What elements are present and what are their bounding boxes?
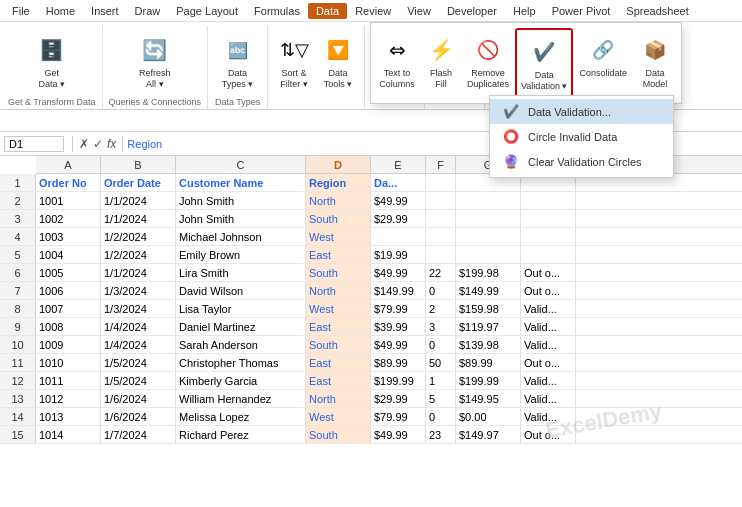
cell[interactable]: 2 — [426, 300, 456, 317]
cell-reference-input[interactable] — [4, 136, 64, 152]
cell[interactable]: 5 — [426, 390, 456, 407]
cell[interactable]: $49.99 — [371, 192, 426, 209]
cell[interactable]: John Smith — [176, 210, 306, 227]
cell[interactable]: Out o... — [521, 282, 576, 299]
cell[interactable]: West — [306, 300, 371, 317]
cell[interactable]: 1007 — [36, 300, 101, 317]
col-header-c[interactable]: C — [176, 156, 306, 173]
cell[interactable]: Out o... — [521, 426, 576, 443]
cell[interactable]: 1/6/2024 — [101, 408, 176, 425]
cell[interactable] — [426, 246, 456, 263]
cell[interactable]: $49.99 — [371, 264, 426, 281]
cell[interactable]: 1/4/2024 — [101, 318, 176, 335]
cell[interactable] — [521, 228, 576, 245]
cell[interactable]: 1006 — [36, 282, 101, 299]
menu-file[interactable]: File — [4, 3, 38, 19]
cell[interactable] — [456, 210, 521, 227]
cell[interactable] — [456, 192, 521, 209]
cell[interactable]: $39.99 — [371, 318, 426, 335]
cell[interactable]: Da... — [371, 174, 426, 191]
cell[interactable]: East — [306, 318, 371, 335]
menu-spreadsheet[interactable]: Spreadsheet — [618, 3, 696, 19]
refresh-all-button[interactable]: 🔄 RefreshAll ▾ — [135, 28, 175, 94]
flash-fill-button[interactable]: ⚡ FlashFill — [421, 28, 461, 98]
cell[interactable]: South — [306, 264, 371, 281]
cell[interactable]: 1/1/2024 — [101, 192, 176, 209]
cell[interactable]: 1010 — [36, 354, 101, 371]
cell[interactable]: 1011 — [36, 372, 101, 389]
menu-help[interactable]: Help — [505, 3, 544, 19]
menu-review[interactable]: Review — [347, 3, 399, 19]
circle-invalid-data-option[interactable]: ⭕ Circle Invalid Data — [490, 124, 673, 149]
cell[interactable]: Out o... — [521, 354, 576, 371]
get-data-button[interactable]: 🗄️ GetData ▾ — [32, 28, 72, 94]
cell[interactable]: Michael Johnson — [176, 228, 306, 245]
remove-duplicates-button[interactable]: 🚫 RemoveDuplicates — [463, 28, 513, 98]
cell[interactable]: 1/5/2024 — [101, 354, 176, 371]
cell[interactable]: $159.98 — [456, 300, 521, 317]
cell[interactable]: 1/6/2024 — [101, 390, 176, 407]
cell[interactable]: Valid... — [521, 408, 576, 425]
cell[interactable]: 1003 — [36, 228, 101, 245]
cell[interactable]: 1/2/2024 — [101, 246, 176, 263]
menu-pagelayout[interactable]: Page Layout — [168, 3, 246, 19]
cell[interactable]: $79.99 — [371, 408, 426, 425]
cell[interactable]: $49.99 — [371, 336, 426, 353]
cell[interactable] — [521, 210, 576, 227]
cell[interactable]: South — [306, 336, 371, 353]
cell[interactable]: $19.99 — [371, 246, 426, 263]
cell[interactable]: $139.98 — [456, 336, 521, 353]
insert-function-icon[interactable]: fx — [107, 137, 116, 151]
cell[interactable]: West — [306, 408, 371, 425]
cell[interactable]: Valid... — [521, 300, 576, 317]
data-tools-button[interactable]: 🔽 DataTools ▾ — [318, 28, 358, 94]
cell[interactable]: 0 — [426, 282, 456, 299]
cell[interactable]: $0.00 — [456, 408, 521, 425]
data-model-button[interactable]: 📦 DataModel — [633, 28, 677, 98]
cell[interactable]: Melissa Lopez — [176, 408, 306, 425]
cell[interactable]: 1002 — [36, 210, 101, 227]
cell[interactable]: Valid... — [521, 372, 576, 389]
col-header-b[interactable]: B — [101, 156, 176, 173]
menu-powerpivot[interactable]: Power Pivot — [544, 3, 619, 19]
menu-insert[interactable]: Insert — [83, 3, 127, 19]
cell[interactable]: 50 — [426, 354, 456, 371]
menu-view[interactable]: View — [399, 3, 439, 19]
cell[interactable]: 23 — [426, 426, 456, 443]
cell[interactable]: 1/2/2024 — [101, 228, 176, 245]
cell[interactable] — [521, 192, 576, 209]
menu-draw[interactable]: Draw — [127, 3, 169, 19]
cell[interactable]: $199.98 — [456, 264, 521, 281]
confirm-formula-icon[interactable]: ✓ — [93, 137, 103, 151]
cell[interactable]: 1/7/2024 — [101, 426, 176, 443]
cell[interactable] — [426, 192, 456, 209]
cell[interactable]: 1/1/2024 — [101, 210, 176, 227]
data-types-button[interactable]: 🔤 DataTypes ▾ — [218, 28, 258, 94]
cell[interactable]: East — [306, 246, 371, 263]
cell[interactable]: 1004 — [36, 246, 101, 263]
col-header-d[interactable]: D — [306, 156, 371, 173]
cell[interactable]: $79.99 — [371, 300, 426, 317]
sort-filter-button[interactable]: ⇅▽ Sort &Filter ▾ — [274, 28, 314, 94]
cell[interactable]: John Smith — [176, 192, 306, 209]
cell[interactable]: $49.99 — [371, 426, 426, 443]
text-to-columns-button[interactable]: ⇔ Text toColumns — [375, 28, 419, 98]
cell[interactable]: $149.99 — [371, 282, 426, 299]
cell[interactable] — [426, 228, 456, 245]
col-header-e[interactable]: E — [371, 156, 426, 173]
cell[interactable] — [426, 174, 456, 191]
cell[interactable]: $29.99 — [371, 210, 426, 227]
cell[interactable]: East — [306, 354, 371, 371]
cell[interactable]: 1008 — [36, 318, 101, 335]
cell[interactable]: Kimberly Garcia — [176, 372, 306, 389]
cell[interactable]: Order No — [36, 174, 101, 191]
cell[interactable]: $149.95 — [456, 390, 521, 407]
data-validation-option[interactable]: ✔️ Data Validation... — [490, 99, 673, 124]
cell[interactable]: Emily Brown — [176, 246, 306, 263]
cell[interactable]: 1005 — [36, 264, 101, 281]
cell[interactable]: 1012 — [36, 390, 101, 407]
cell[interactable]: West — [306, 228, 371, 245]
cell[interactable]: 1001 — [36, 192, 101, 209]
cell[interactable]: 1/3/2024 — [101, 282, 176, 299]
cell[interactable]: North — [306, 390, 371, 407]
